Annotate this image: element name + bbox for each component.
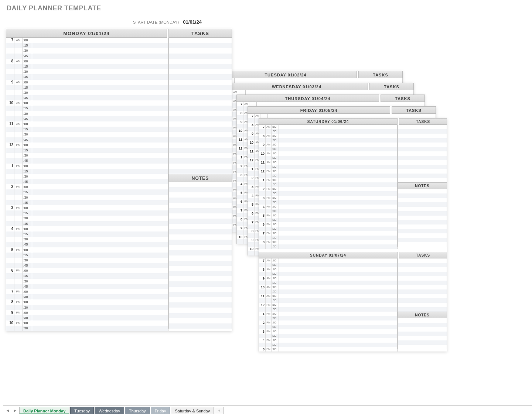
blank-line[interactable]	[168, 266, 232, 271]
blank-line[interactable]	[398, 156, 447, 160]
time-row[interactable]: :30	[259, 281, 398, 285]
blank-line[interactable]	[168, 219, 232, 224]
time-row[interactable]: :30	[6, 195, 168, 200]
time-row[interactable]: 11AM:00	[6, 121, 168, 127]
time-row[interactable]: :30	[259, 334, 398, 338]
blank-line[interactable]	[168, 64, 232, 69]
time-row[interactable]: 5PM:00	[259, 213, 398, 218]
entry-cell[interactable]	[279, 187, 397, 191]
blank-line[interactable]	[398, 238, 447, 242]
blank-line[interactable]	[398, 160, 447, 165]
entry-cell[interactable]	[279, 160, 397, 165]
entry-cell[interactable]	[32, 279, 168, 284]
entry-cell[interactable]	[279, 138, 397, 143]
time-row[interactable]: 7AM:00	[259, 258, 398, 263]
entry-cell[interactable]	[32, 315, 168, 320]
entry-cell[interactable]	[32, 299, 168, 305]
blank-line[interactable]	[168, 169, 232, 174]
entry-cell[interactable]	[279, 320, 397, 325]
time-row[interactable]: :30	[259, 129, 398, 134]
blank-line[interactable]	[398, 298, 447, 303]
blank-line[interactable]	[168, 261, 232, 266]
time-row[interactable]: :30	[6, 153, 168, 158]
entry-cell[interactable]	[32, 242, 168, 247]
time-row[interactable]: :45	[6, 284, 168, 289]
time-row[interactable]: 7PM:00	[6, 289, 168, 294]
time-row[interactable]: :30	[259, 182, 398, 187]
time-row[interactable]: :30	[6, 174, 168, 179]
blank-line[interactable]	[168, 106, 232, 111]
blank-line[interactable]	[168, 250, 232, 255]
entry-cell[interactable]	[32, 294, 168, 299]
blank-line[interactable]	[168, 229, 232, 234]
time-row[interactable]: :15	[6, 273, 168, 278]
time-row[interactable]: :30	[259, 272, 398, 276]
time-row[interactable]: 9AM:00	[259, 143, 398, 147]
blank-line[interactable]	[168, 203, 232, 208]
time-row[interactable]: 10AM:00	[6, 100, 168, 106]
time-row[interactable]: :45	[6, 200, 168, 205]
time-row[interactable]: :30	[259, 138, 398, 143]
time-row[interactable]: 9AM:00	[259, 276, 398, 281]
blank-line[interactable]	[398, 318, 447, 323]
entry-cell[interactable]	[279, 338, 397, 343]
time-row[interactable]: :30	[6, 48, 168, 53]
entry-cell[interactable]	[279, 334, 397, 338]
entry-cell[interactable]	[279, 316, 397, 320]
time-row[interactable]: 1PM:00	[259, 178, 398, 182]
add-sheet-button[interactable]: +	[215, 407, 224, 414]
entry-cell[interactable]	[279, 294, 397, 298]
entry-cell[interactable]	[32, 205, 168, 210]
entry-cell[interactable]	[279, 134, 397, 138]
entry-cell[interactable]	[279, 272, 397, 276]
blank-line[interactable]	[168, 80, 232, 85]
blank-line[interactable]	[168, 100, 232, 106]
entry-cell[interactable]	[279, 178, 397, 182]
entry-cell[interactable]	[279, 307, 397, 312]
entry-cell[interactable]	[32, 305, 168, 310]
entry-cell[interactable]	[32, 210, 168, 216]
time-row[interactable]: 10AM:00	[259, 285, 398, 289]
time-row[interactable]: :30	[259, 209, 398, 213]
time-row[interactable]: :15	[6, 85, 168, 90]
blank-line[interactable]	[168, 121, 232, 127]
sheet-tab[interactable]: Friday	[151, 407, 170, 414]
time-row[interactable]: :30	[259, 298, 398, 303]
time-row[interactable]: :30	[259, 227, 398, 231]
blank-line[interactable]	[168, 95, 232, 100]
entry-cell[interactable]	[279, 289, 397, 294]
blank-line[interactable]	[168, 164, 232, 169]
blank-line[interactable]	[168, 255, 232, 261]
entry-cell[interactable]	[32, 253, 168, 258]
entry-cell[interactable]	[32, 48, 168, 53]
entry-cell[interactable]	[32, 216, 168, 221]
blank-line[interactable]	[398, 216, 447, 220]
blank-line[interactable]	[168, 90, 232, 95]
entry-cell[interactable]	[32, 174, 168, 179]
time-row[interactable]: :15	[6, 148, 168, 153]
blank-line[interactable]	[168, 208, 232, 213]
entry-cell[interactable]	[32, 231, 168, 237]
time-row[interactable]: :45	[6, 179, 168, 184]
time-row[interactable]: 1PM:00	[259, 312, 398, 316]
blank-line[interactable]	[398, 272, 447, 276]
entry-cell[interactable]	[32, 85, 168, 90]
blank-line[interactable]	[398, 169, 447, 174]
entry-cell[interactable]	[32, 310, 168, 315]
blank-line[interactable]	[398, 332, 447, 336]
time-row[interactable]: :15	[6, 43, 168, 48]
blank-line[interactable]	[398, 178, 447, 182]
blank-line[interactable]	[398, 258, 447, 263]
time-row[interactable]: :45	[6, 158, 168, 163]
time-row[interactable]: 7AM:00	[6, 38, 168, 43]
entry-cell[interactable]	[279, 125, 397, 129]
entry-cell[interactable]	[279, 258, 397, 263]
time-row[interactable]: :30	[259, 263, 398, 267]
blank-line[interactable]	[168, 302, 232, 308]
time-row[interactable]: :30	[6, 69, 168, 74]
entry-cell[interactable]	[279, 182, 397, 187]
time-row[interactable]: 8PM:00	[6, 299, 168, 305]
blank-line[interactable]	[398, 281, 447, 285]
blank-line[interactable]	[168, 158, 232, 163]
time-row[interactable]: 7AM	[225, 90, 414, 95]
